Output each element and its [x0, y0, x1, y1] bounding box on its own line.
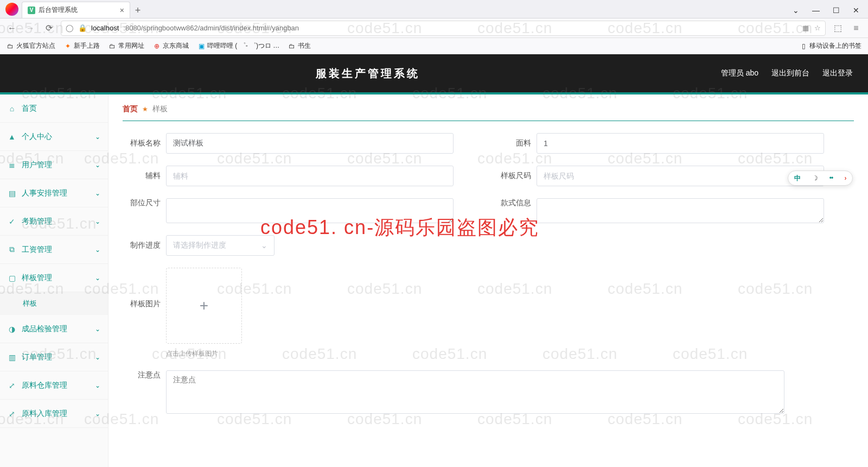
breadcrumb: 首页 ★ 样板	[123, 104, 854, 121]
plus-icon: +	[200, 297, 208, 314]
bookmark-item[interactable]: ⊕京东商城	[153, 41, 189, 51]
url-path: :8080/springbootww862/admin/dist/index.h…	[123, 24, 299, 32]
header-user[interactable]: 管理员 abo	[721, 68, 758, 78]
new-tab-button[interactable]: +	[130, 3, 145, 18]
check-icon: ✓	[8, 217, 16, 226]
nav-back-icon[interactable]: ←	[5, 23, 18, 33]
shield-icon: ◯	[66, 24, 74, 32]
sidebar-item-hr[interactable]: ▤ 人事安排管理 ⌄	[0, 179, 108, 207]
ime-lang-icon[interactable]: 中	[794, 174, 801, 183]
textarea-notes[interactable]	[166, 370, 784, 414]
window-minimize-icon[interactable]: —	[812, 6, 820, 15]
url-input[interactable]: ◯ 🔒 localhost:8080/springbootww862/admin…	[61, 21, 826, 36]
sidebar-item-home[interactable]: ⌂ 首页	[0, 94, 108, 123]
moon-icon[interactable]: ☽	[812, 174, 818, 182]
user-icon: ▲	[8, 132, 16, 141]
app-header: 服装生产管理系统 管理员 abo 退出到前台 退出登录	[0, 54, 868, 92]
mobile-icon: ▯	[800, 42, 807, 50]
textarea-style-info[interactable]	[537, 198, 824, 223]
window-maximize-icon[interactable]: ☐	[833, 6, 840, 15]
header-exit-front[interactable]: 退出到前台	[771, 68, 809, 78]
bookmark-item[interactable]: ▣哔哩哔哩 ( ゜- ゜)つロ …	[197, 41, 279, 51]
ime-toolbar[interactable]: 中 ☽ •⁠• ›	[788, 171, 853, 186]
url-host: localhost	[91, 24, 119, 32]
chevron-down-icon: ⌄	[95, 325, 100, 333]
bookmark-star-icon[interactable]: ☆	[814, 24, 821, 32]
folder-icon: 🗀	[7, 42, 14, 50]
sidebar-item-orders[interactable]: ▥ 订单管理 ⌄	[0, 343, 108, 371]
address-bar: ← → ⟳ ◯ 🔒 localhost:8080/springbootww862…	[0, 18, 868, 38]
header-logout[interactable]: 退出登录	[822, 68, 853, 78]
star-icon: ★	[142, 105, 148, 113]
label-mianliao: 面料	[493, 138, 531, 148]
chevron-down-icon: ⌄	[95, 382, 100, 389]
folder-icon: 🗀	[108, 42, 116, 50]
bookmark-item[interactable]: 🗀常用网址	[108, 41, 144, 51]
template-icon: ▢	[8, 274, 16, 282]
sidebar-subitem-template[interactable]: 样板	[0, 292, 108, 315]
bookmark-item[interactable]: 🗀书生	[288, 41, 311, 51]
expand-icon: ⤢	[8, 381, 16, 390]
input-fuliao[interactable]	[166, 166, 454, 186]
qr-icon[interactable]: ▦	[802, 24, 809, 32]
vue-icon: V	[28, 7, 35, 14]
ime-dots-icon[interactable]: •⁠•	[829, 174, 833, 182]
sidebar-item-salary[interactable]: ⧉ 工资管理 ⌄	[0, 236, 108, 264]
menu-icon[interactable]: ≡	[850, 23, 863, 33]
input-name[interactable]	[166, 133, 454, 154]
browser-tabbar: V 后台管理系统 × + ⌄ — ☐ ✕	[0, 0, 868, 18]
window-close-icon[interactable]: ✕	[853, 6, 859, 15]
bilibili-icon: ▣	[197, 42, 205, 50]
sidebar: ⌂ 首页 ▲ 个人中心 ⌄ ≣ 用户管理 ⌄ ▤ 人事安排管理 ⌄ ✓ 考勤管理…	[0, 94, 108, 467]
upload-hint: 点击上传样板图片	[166, 349, 242, 358]
tab-title: 后台管理系统	[39, 5, 78, 15]
input-size-code[interactable]	[537, 166, 824, 186]
bookmark-item[interactable]: ✦新手上路	[64, 41, 100, 51]
chevron-down-icon: ⌄	[95, 190, 100, 197]
breadcrumb-home[interactable]: 首页	[123, 104, 138, 114]
sidebar-item-users[interactable]: ≣ 用户管理 ⌄	[0, 151, 108, 179]
select-progress[interactable]: 请选择制作进度 ⌄	[166, 235, 275, 256]
chevron-down-icon: ⌄	[95, 410, 100, 418]
nav-forward-icon[interactable]: →	[24, 23, 37, 33]
app-title: 服装生产管理系统	[15, 66, 721, 81]
chevron-down-icon: ⌄	[95, 246, 100, 254]
bookmark-mobile[interactable]: ▯移动设备上的书签	[800, 41, 861, 51]
template-form: 样板名称 面料 辅料 样板尺码	[123, 133, 854, 414]
window-dropdown-icon[interactable]: ⌄	[793, 6, 799, 15]
upload-box[interactable]: +	[166, 268, 242, 344]
verify-icon: ◑	[8, 325, 16, 333]
input-mianliao[interactable]	[537, 133, 824, 154]
label-notes: 注意点	[123, 370, 161, 380]
breadcrumb-current: 样板	[152, 104, 168, 114]
main-content: 首页 ★ 样板 样板名称 面料 辅料	[108, 94, 868, 467]
expand-icon: ⤢	[8, 409, 16, 418]
sidebar-item-personal[interactable]: ▲ 个人中心 ⌄	[0, 123, 108, 151]
sidebar-item-inbound[interactable]: ⤢ 原料入库管理 ⌄	[0, 400, 108, 428]
extensions-icon[interactable]: ⬚	[831, 23, 844, 33]
label-progress: 制作进度	[123, 241, 161, 250]
sidebar-item-warehouse[interactable]: ⤢ 原料仓库管理 ⌄	[0, 371, 108, 400]
bookmarks-bar: 🗀火狐官方站点 ✦新手上路 🗀常用网址 ⊕京东商城 ▣哔哩哔哩 ( ゜- ゜)つ…	[0, 38, 868, 54]
jd-icon: ⊕	[153, 42, 161, 50]
bookmark-item[interactable]: 🗀火狐官方站点	[7, 41, 55, 51]
clipboard-icon: ▤	[8, 189, 16, 198]
label-style-info: 款式信息	[493, 198, 531, 208]
textarea-part-size[interactable]	[166, 198, 454, 223]
browser-tab[interactable]: V 后台管理系统 ×	[22, 2, 130, 18]
home-icon: ⌂	[8, 104, 16, 113]
copy-icon: ⧉	[8, 245, 16, 254]
lock-icon: 🔒	[78, 24, 87, 32]
label-size-code: 样板尺码	[493, 171, 531, 181]
nav-reload-icon[interactable]: ⟳	[42, 23, 55, 33]
label-fuliao: 辅料	[123, 171, 161, 181]
sidebar-item-qc[interactable]: ◑ 成品检验管理 ⌄	[0, 315, 108, 343]
sidebar-item-attendance[interactable]: ✓ 考勤管理 ⌄	[0, 207, 108, 236]
chevron-down-icon: ⌄	[95, 354, 100, 361]
ime-arrow-icon[interactable]: ›	[844, 174, 846, 182]
chevron-down-icon: ⌄	[261, 241, 267, 250]
bars-icon: ▥	[8, 353, 16, 362]
tab-close-icon[interactable]: ×	[120, 6, 124, 15]
folder-icon: 🗀	[288, 42, 296, 50]
sidebar-item-templates[interactable]: ▢ 样板管理 ⌄	[0, 264, 108, 292]
